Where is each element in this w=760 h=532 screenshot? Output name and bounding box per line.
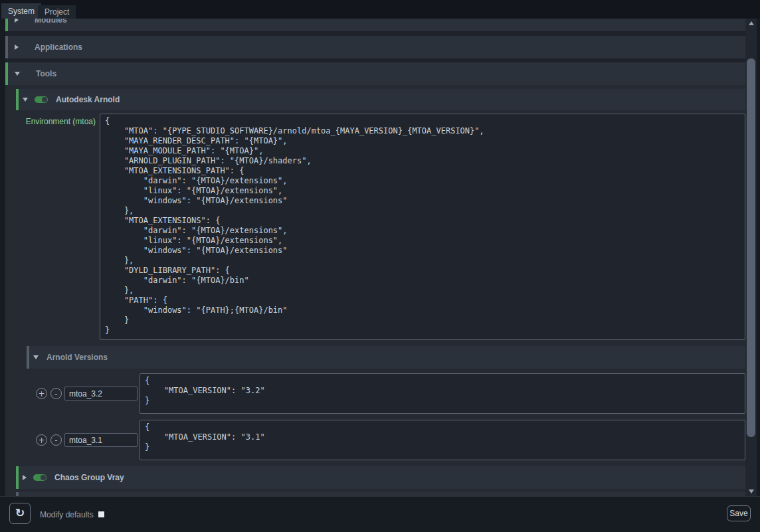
environment-mtoa-textarea[interactable]: { "MTOA": "{PYPE_STUDIO_SOFTWARE}/arnold… bbox=[100, 114, 745, 340]
section-vray-header[interactable]: Chaos Group Vray bbox=[16, 466, 745, 489]
section-arnold-versions-header[interactable]: Arnold Versions bbox=[27, 346, 745, 369]
tab-project[interactable]: Project bbox=[38, 5, 76, 19]
arnold-toggle-knob bbox=[42, 97, 47, 102]
tab-project-label: Project bbox=[45, 7, 69, 17]
applications-title: Applications bbox=[35, 43, 82, 52]
remove-version-button[interactable]: - bbox=[50, 434, 62, 446]
add-version-button[interactable]: + bbox=[36, 388, 47, 399]
applications-accent-border bbox=[5, 36, 8, 58]
version-key-input[interactable] bbox=[64, 387, 138, 400]
modules-collapse-arrow-icon bbox=[15, 19, 19, 23]
save-button[interactable]: Save bbox=[727, 505, 751, 521]
environment-mtoa-label: Environment (mtoa) bbox=[5, 117, 96, 126]
arnold-versions-accent-border bbox=[27, 346, 29, 369]
version-key-input[interactable] bbox=[64, 433, 138, 447]
vertical-scrollbar[interactable] bbox=[745, 19, 757, 496]
tab-bar: System Project bbox=[0, 0, 760, 19]
tools-content-panel: Autodesk Arnold Environment (mtoa) { "MT… bbox=[5, 85, 745, 496]
tab-system[interactable]: System bbox=[1, 3, 41, 19]
version-value-textarea[interactable]: { "MTOA_VERSION": "3.2" } bbox=[140, 373, 745, 414]
arnold-expand-arrow-icon bbox=[23, 98, 28, 102]
arnold-enabled-toggle[interactable] bbox=[35, 96, 48, 103]
tools-title: Tools bbox=[36, 69, 56, 78]
section-tools-header[interactable]: Tools bbox=[5, 62, 745, 85]
settings-scroll-area: Modules Applications Tools Autodesk Arno… bbox=[5, 19, 745, 496]
vray-accent-border bbox=[16, 466, 19, 489]
arnold-versions-title: Arnold Versions bbox=[47, 353, 108, 362]
section-applications-header[interactable]: Applications bbox=[5, 36, 745, 58]
add-version-button[interactable]: + bbox=[36, 434, 47, 446]
scroll-up-arrow-icon bbox=[749, 21, 754, 25]
scrollbar-up-button[interactable] bbox=[745, 19, 757, 28]
vray-collapse-arrow-icon bbox=[23, 475, 27, 480]
footer-bar: ↻ Modify defaults Save bbox=[0, 496, 760, 532]
vray-title: Chaos Group Vray bbox=[54, 473, 124, 482]
tools-expand-arrow-icon bbox=[15, 72, 20, 76]
scroll-down-arrow-icon bbox=[749, 489, 754, 493]
refresh-button[interactable]: ↻ bbox=[9, 503, 31, 524]
modify-defaults-checkbox[interactable] bbox=[98, 511, 104, 517]
arnold-accent-border bbox=[16, 89, 19, 110]
vray-toggle-knob bbox=[41, 475, 46, 480]
arnold-versions-expand-arrow-icon bbox=[33, 355, 39, 359]
arnold-title: Autodesk Arnold bbox=[56, 95, 120, 104]
applications-collapse-arrow-icon bbox=[15, 44, 19, 50]
section-modules-header[interactable]: Modules bbox=[5, 19, 745, 31]
modules-accent-border bbox=[5, 19, 8, 31]
scrollbar-thumb[interactable] bbox=[747, 58, 755, 437]
remove-version-button[interactable]: - bbox=[50, 388, 62, 399]
section-arnold-header[interactable]: Autodesk Arnold bbox=[16, 89, 745, 110]
version-value-textarea[interactable]: { "MTOA_VERSION": "3.1" } bbox=[140, 420, 745, 460]
refresh-icon: ↻ bbox=[15, 507, 25, 519]
vray-enabled-toggle[interactable] bbox=[33, 474, 47, 481]
tab-system-label: System bbox=[8, 7, 35, 16]
modify-defaults-label: Modify defaults bbox=[40, 497, 94, 532]
scrollbar-down-button[interactable] bbox=[745, 487, 757, 496]
modules-title: Modules bbox=[35, 19, 67, 25]
tools-accent-border bbox=[5, 62, 8, 85]
